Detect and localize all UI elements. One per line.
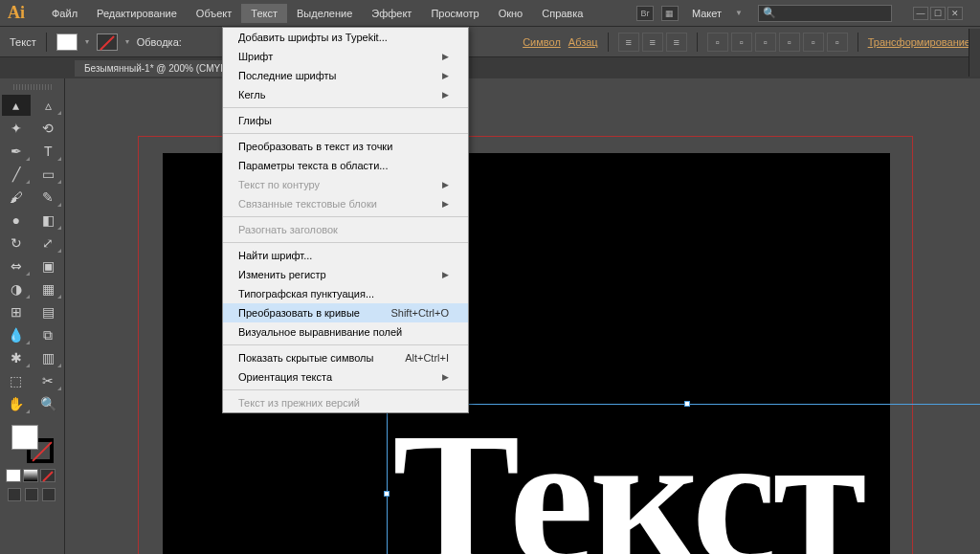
lasso-tool[interactable]: ⟲	[34, 118, 63, 139]
menu-item[interactable]: Ориентация текста▶	[223, 367, 468, 387]
pen-tool[interactable]: ✒	[2, 141, 31, 162]
eraser-tool[interactable]: ◧	[34, 210, 63, 231]
symbol-sprayer-tool[interactable]: ✱	[2, 347, 31, 368]
document-tab[interactable]: Безымянный-1* @ 200% (CMYK/П	[75, 60, 246, 77]
menu-item[interactable]: Изменить регистр▶	[223, 265, 468, 284]
align-paragraph-group: ≡ ≡ ≡	[618, 33, 687, 52]
character-panel-link[interactable]: Символ	[523, 36, 561, 48]
menu-item[interactable]: Шрифт▶	[223, 47, 468, 66]
hand-tool[interactable]: ✋	[2, 393, 31, 414]
slice-tool[interactable]: ✂	[34, 370, 63, 391]
shape-builder-tool[interactable]: ◑	[2, 278, 31, 299]
direct-selection-tool[interactable]: ▵	[34, 95, 63, 116]
workspace-layout-label[interactable]: Макет	[686, 8, 727, 19]
menu-item[interactable]: Типографская пунктуация...	[223, 284, 468, 303]
menu-item[interactable]: Преобразовать в текст из точки	[223, 137, 468, 156]
align-obj-icon[interactable]: ▫	[731, 33, 752, 52]
chevron-down-icon: ▼	[735, 9, 743, 17]
menu-item[interactable]: Добавить шрифты из Typekit...	[223, 28, 468, 47]
menu-item[interactable]: Кегль▶	[223, 85, 468, 104]
menu-item[interactable]: Найти шрифт...	[223, 246, 468, 265]
menu-item: Текст по контуру▶	[223, 175, 468, 194]
align-obj-icon[interactable]: ▫	[803, 33, 824, 52]
menu-item-label: Показать скрытые символы	[238, 352, 373, 364]
menu-item[interactable]: Преобразовать в кривыеShift+Ctrl+O	[223, 303, 468, 322]
menu-справка[interactable]: Справка	[532, 4, 592, 23]
chevron-right-icon: ▶	[442, 270, 449, 279]
fill-stroke-indicator[interactable]	[10, 423, 56, 465]
resize-handle[interactable]	[384, 491, 390, 497]
gradient-mode-icon[interactable]	[23, 469, 38, 482]
paintbrush-tool[interactable]: 🖌	[2, 187, 31, 208]
mesh-tool[interactable]: ⊞	[2, 301, 31, 322]
zoom-tool[interactable]: 🔍	[34, 393, 63, 414]
menu-окно[interactable]: Окно	[489, 4, 533, 23]
width-tool[interactable]: ⇔	[2, 255, 31, 277]
align-obj-icon[interactable]: ▫	[755, 33, 776, 52]
menu-выделение[interactable]: Выделение	[287, 4, 362, 23]
chevron-right-icon: ▶	[442, 90, 449, 100]
chevron-right-icon: ▶	[442, 372, 449, 382]
menu-item-label: Последние шрифты	[238, 70, 336, 81]
resize-handle[interactable]	[684, 401, 690, 407]
free-transform-tool[interactable]: ▣	[34, 255, 63, 277]
draw-mode-icon[interactable]	[42, 488, 56, 501]
line-tool[interactable]: ╱	[2, 164, 31, 185]
blend-tool[interactable]: ⧉	[34, 324, 63, 345]
search-input[interactable]: 🔍	[758, 5, 892, 22]
gradient-tool[interactable]: ▤	[34, 301, 63, 322]
align-left-icon[interactable]: ≡	[618, 33, 639, 52]
fill-swatch[interactable]	[56, 33, 78, 51]
rectangle-tool[interactable]: ▭	[34, 164, 63, 185]
menu-item[interactable]: Показать скрытые символыAlt+Ctrl+I	[223, 348, 468, 367]
align-obj-icon[interactable]: ▫	[827, 33, 848, 52]
align-obj-icon[interactable]: ▫	[779, 33, 800, 52]
maximize-button[interactable]: ☐	[930, 7, 946, 20]
color-mode-icon[interactable]	[6, 469, 21, 482]
rotate-tool[interactable]: ↻	[2, 233, 31, 254]
artboard-tool[interactable]: ⬚	[2, 370, 31, 391]
search-icon: 🔍	[759, 7, 780, 19]
align-obj-icon[interactable]: ▫	[707, 33, 728, 52]
menu-item[interactable]: Параметры текста в области...	[223, 156, 468, 175]
menu-item[interactable]: Глифы	[223, 111, 468, 130]
transform-panel-link[interactable]: Трансформирование	[868, 36, 970, 48]
eyedropper-tool[interactable]: 💧	[2, 324, 31, 345]
perspective-grid-tool[interactable]: ▦	[34, 278, 63, 299]
minimize-button[interactable]: —	[913, 7, 928, 20]
align-center-icon[interactable]: ≡	[642, 33, 663, 52]
menu-редактирование[interactable]: Редактирование	[87, 4, 187, 23]
menu-item-label: Текст из прежних версий	[238, 397, 360, 409]
collapsed-panel-dock[interactable]	[969, 29, 980, 77]
menu-item[interactable]: Визуальное выравнивание полей	[223, 322, 468, 342]
canvas-workspace[interactable]: Текст	[65, 78, 980, 554]
magic-wand-tool[interactable]: ✦	[2, 118, 31, 139]
menu-item-label: Ориентация текста	[238, 371, 332, 383]
screen-mode-icon[interactable]	[8, 488, 21, 501]
menu-item: Текст из прежних версий	[223, 393, 468, 412]
menu-item-label: Изменить регистр	[238, 269, 326, 280]
menu-файл[interactable]: Файл	[42, 4, 87, 23]
none-mode-icon[interactable]	[40, 469, 56, 482]
menu-item-label: Связанные текстовые блоки	[238, 198, 377, 210]
menu-объект[interactable]: Объект	[187, 4, 241, 23]
bridge-icon[interactable]: Br	[636, 6, 654, 21]
stroke-label: Обводка:	[137, 36, 182, 48]
menu-эффект[interactable]: Эффект	[362, 4, 421, 23]
selection-bounding-box[interactable]	[387, 404, 980, 554]
column-graph-tool[interactable]: ▥	[34, 347, 63, 368]
paragraph-panel-link[interactable]: Абзац	[568, 36, 598, 48]
draw-mode-icon[interactable]	[25, 488, 38, 501]
blob-brush-tool[interactable]: ●	[2, 210, 31, 231]
menu-просмотр[interactable]: Просмотр	[421, 4, 488, 23]
scale-tool[interactable]: ⤢	[34, 233, 63, 254]
type-tool[interactable]: T	[34, 141, 63, 162]
pencil-tool[interactable]: ✎	[34, 187, 63, 208]
selection-tool[interactable]: ▴	[2, 95, 31, 116]
arrange-docs-icon[interactable]: ▦	[661, 6, 679, 21]
close-button[interactable]: ✕	[947, 7, 963, 20]
stroke-swatch[interactable]	[97, 33, 118, 51]
menu-текст[interactable]: Текст	[241, 4, 287, 23]
menu-item[interactable]: Последние шрифты▶	[223, 66, 468, 85]
align-right-icon[interactable]: ≡	[666, 33, 687, 52]
